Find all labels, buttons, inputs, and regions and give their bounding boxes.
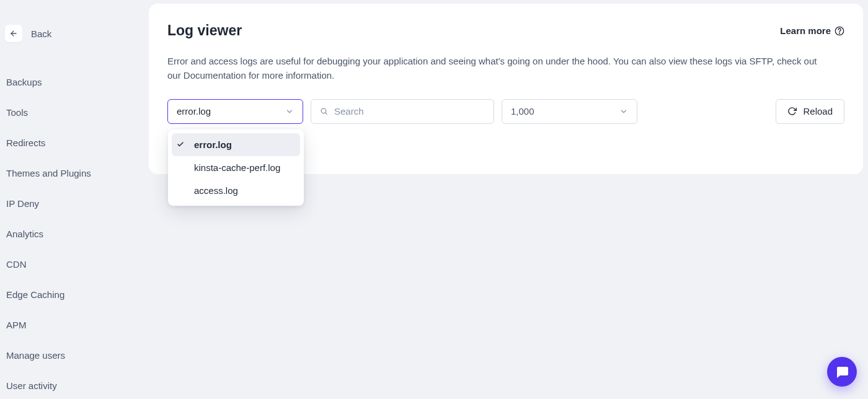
lines-value: 1,000	[511, 106, 534, 116]
log-option-access-log[interactable]: access.log	[172, 179, 300, 202]
svg-line-4	[326, 113, 327, 114]
svg-point-2	[839, 33, 840, 33]
reload-button[interactable]: Reload	[776, 99, 844, 124]
chevron-down-icon	[619, 107, 628, 116]
back-label: Back	[31, 28, 51, 39]
arrow-left-icon	[9, 29, 18, 38]
chat-icon	[835, 364, 849, 379]
back-button[interactable]	[5, 25, 22, 42]
back-row: Back	[0, 25, 144, 69]
check-icon	[175, 141, 185, 148]
chevron-down-icon	[285, 107, 294, 116]
sidebar-item-user-activity[interactable]: User activity	[0, 373, 144, 398]
controls-row: error.log error.logkinsta-cache-perf.log…	[167, 99, 844, 124]
sidebar-item-ip-deny[interactable]: IP Deny	[0, 191, 144, 216]
sidebar-item-cdn[interactable]: CDN	[0, 252, 144, 277]
sidebar-item-tools[interactable]: Tools	[0, 100, 144, 125]
card-header: Log viewer Learn more	[167, 22, 844, 39]
help-icon	[835, 26, 844, 36]
sidebar-item-backups[interactable]: Backups	[0, 69, 144, 95]
sidebar-item-manage-users[interactable]: Manage users	[0, 343, 144, 368]
reload-label: Reload	[803, 106, 833, 116]
learn-more-label: Learn more	[780, 25, 831, 36]
log-option-kinsta-cache-perf-log[interactable]: kinsta-cache-perf.log	[172, 156, 300, 179]
option-label: error.log	[192, 139, 232, 150]
log-file-dropdown: error.logkinsta-cache-perf.logaccess.log	[168, 129, 304, 206]
search-field-wrapper	[311, 99, 494, 124]
sidebar-item-apm[interactable]: APM	[0, 312, 144, 338]
sidebar-item-redirects[interactable]: Redirects	[0, 130, 144, 156]
log-viewer-card: Log viewer Learn more Error and access l…	[149, 4, 863, 174]
nav-list: BackupsToolsRedirectsThemes and PluginsI…	[0, 69, 144, 399]
learn-more-link[interactable]: Learn more	[780, 25, 844, 36]
lines-select[interactable]: 1,000	[502, 99, 637, 124]
search-icon	[320, 107, 328, 115]
sidebar-item-themes-and-plugins[interactable]: Themes and Plugins	[0, 160, 144, 186]
option-label: access.log	[192, 185, 238, 196]
search-input[interactable]	[334, 106, 485, 116]
page-title: Log viewer	[167, 22, 242, 39]
log-option-error-log[interactable]: error.log	[172, 133, 300, 156]
log-file-value: error.log	[177, 106, 211, 116]
log-file-select[interactable]: error.log error.logkinsta-cache-perf.log…	[167, 99, 303, 124]
description: Error and access logs are useful for deb…	[167, 54, 831, 83]
sidebar-item-analytics[interactable]: Analytics	[0, 221, 144, 247]
reload-icon	[787, 107, 797, 116]
sidebar-item-edge-caching[interactable]: Edge Caching	[0, 282, 144, 307]
sidebar: Back BackupsToolsRedirectsThemes and Plu…	[0, 0, 144, 399]
content: Log viewer Learn more Error and access l…	[144, 0, 868, 399]
chat-fab[interactable]	[827, 357, 857, 387]
option-label: kinsta-cache-perf.log	[192, 162, 280, 173]
